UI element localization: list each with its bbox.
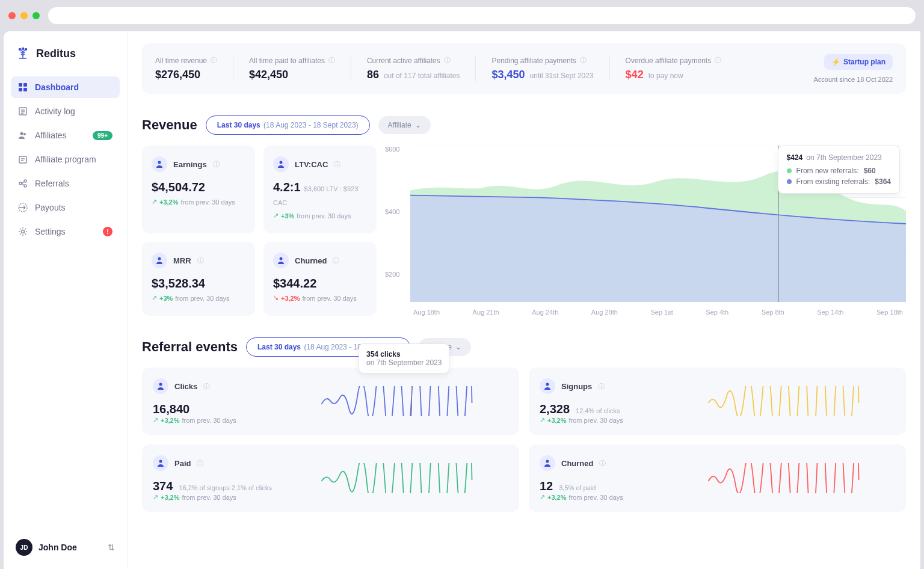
filter-selector[interactable]: Affiliate⌄ xyxy=(378,116,431,134)
chevron-down-icon: ⌄ xyxy=(455,343,461,351)
trend-up-icon: ↗ xyxy=(540,493,545,501)
revenue-tooltip: $424on 7th September 2023 From new refer… xyxy=(778,146,900,194)
sparkline xyxy=(285,463,508,493)
svg-point-0 xyxy=(19,49,21,51)
top-metrics-bar: All time revenueⓘ $276,450 All time paid… xyxy=(142,43,906,94)
plan-badge[interactable]: ⚡Startup plan xyxy=(824,54,893,70)
trend-down-icon: ↘ xyxy=(273,294,279,302)
sidebar-item-label: Dashboard xyxy=(35,82,79,92)
browser-chrome xyxy=(0,0,924,31)
info-icon[interactable]: ⓘ xyxy=(328,56,335,65)
metric-label-text: All time paid to affiliates xyxy=(249,57,325,65)
svg-point-9 xyxy=(23,133,26,135)
churned-icon xyxy=(273,253,289,268)
svg-point-17 xyxy=(280,161,283,164)
metric-active-affiliates: Current active affiliatesⓘ 86out of 117 … xyxy=(351,56,476,81)
trend-up-icon: ↗ xyxy=(540,416,545,424)
info-icon[interactable]: ⓘ xyxy=(444,56,451,65)
sparkline xyxy=(285,386,508,416)
churned-icon xyxy=(540,455,555,471)
svg-point-28 xyxy=(159,460,162,463)
sidebar: Reditus Dashboard Activity log Affiliate… xyxy=(4,31,128,569)
account-since: Account since 18 Oct 2022 xyxy=(814,76,893,83)
traffic-lights xyxy=(8,12,40,19)
signups-icon xyxy=(540,378,555,394)
info-icon[interactable]: ⓘ xyxy=(580,56,587,65)
ref-card-paid: Paidⓘ 37416,2% of signups 2,1% of clicks… xyxy=(142,444,519,512)
metric-label-text: All time revenue xyxy=(155,57,207,65)
info-icon[interactable]: ⓘ xyxy=(213,160,220,169)
info-icon[interactable]: ⓘ xyxy=(599,459,606,468)
svg-point-27 xyxy=(546,383,549,386)
revenue-section: Revenue Last 30 days (18 Aug 2023 - 18 S… xyxy=(142,115,906,316)
metric-value: $42 xyxy=(626,69,644,81)
svg-rect-3 xyxy=(19,83,22,87)
metric-sub: until 31st Sept 2023 xyxy=(530,72,594,80)
stat-card-earnings: Earningsⓘ $4,504.72 ↗+3,2%from prev. 30 … xyxy=(142,146,255,233)
info-icon[interactable]: ⓘ xyxy=(203,382,210,391)
svg-point-8 xyxy=(20,132,23,135)
list-icon xyxy=(18,106,28,116)
brand[interactable]: Reditus xyxy=(11,43,120,76)
revenue-chart[interactable]: $600 $400 $200 xyxy=(389,146,906,316)
referrals-icon xyxy=(18,179,28,188)
clicks-tooltip: 354 clicks on 7th September 2023 xyxy=(359,343,449,374)
metric-sub: to pay now xyxy=(648,72,683,80)
svg-point-2 xyxy=(22,48,24,50)
trend-up-icon: ↗ xyxy=(152,294,157,302)
main-content: All time revenueⓘ $276,450 All time paid… xyxy=(128,31,920,569)
info-icon[interactable]: ⓘ xyxy=(333,256,339,265)
clicks-icon xyxy=(153,378,168,394)
program-icon xyxy=(18,155,28,164)
sidebar-item-payouts[interactable]: Payouts xyxy=(11,197,120,218)
metric-value: $276,450 xyxy=(155,69,217,81)
sidebar-item-affiliates[interactable]: Affiliates 99+ xyxy=(11,125,120,146)
chevron-up-down-icon: ⇅ xyxy=(108,543,115,552)
stat-card-churned: Churnedⓘ $344.22 ↘+3,2%from prev. 30 day… xyxy=(263,242,377,316)
svg-point-1 xyxy=(25,49,27,51)
info-icon[interactable]: ⓘ xyxy=(715,56,721,65)
sidebar-item-referrals[interactable]: Referrals xyxy=(11,173,120,194)
info-icon[interactable]: ⓘ xyxy=(598,382,605,391)
settings-alert-badge: ! xyxy=(103,227,112,236)
svg-rect-6 xyxy=(23,88,27,91)
sidebar-item-label: Payouts xyxy=(35,203,66,212)
trend-up-icon: ↗ xyxy=(153,493,158,501)
sidebar-item-settings[interactable]: Settings ! xyxy=(11,221,120,242)
trend-up-icon: ↗ xyxy=(153,416,158,424)
sidebar-item-program[interactable]: Affiliate program xyxy=(11,149,120,170)
info-icon[interactable]: ⓘ xyxy=(197,256,204,265)
svg-point-13 xyxy=(24,185,26,187)
referral-section: Referral events Last 30 days (18 Aug 202… xyxy=(142,337,906,512)
period-selector[interactable]: Last 30 days (18 Aug 2023 - 18 Sept 2023… xyxy=(206,115,370,135)
svg-point-25 xyxy=(159,383,162,386)
legend-dot-icon xyxy=(787,179,792,184)
user-menu[interactable]: JD John Doe ⇅ xyxy=(11,534,120,561)
brand-name: Reditus xyxy=(36,48,76,60)
info-icon[interactable]: ⓘ xyxy=(334,160,340,169)
metric-value: 86 xyxy=(367,69,379,81)
metric-label-text: Overdue affiliate payments xyxy=(626,57,712,65)
sidebar-item-activity[interactable]: Activity log xyxy=(11,100,120,122)
sidebar-item-label: Activity log xyxy=(35,106,75,116)
sidebar-item-dashboard[interactable]: Dashboard xyxy=(11,76,120,98)
metric-label-text: Pending affiliate payments xyxy=(491,57,576,65)
url-bar[interactable] xyxy=(48,7,916,24)
trend-up-icon: ↗ xyxy=(152,198,157,206)
window-minimize-icon[interactable] xyxy=(20,12,28,19)
trend-up-icon: ↗ xyxy=(273,212,279,220)
info-icon[interactable]: ⓘ xyxy=(197,459,203,468)
ref-card-churned: Churnedⓘ 123,5% of paid ↗+3,2%from prev.… xyxy=(529,444,906,512)
mrr-icon xyxy=(152,253,167,268)
window-close-icon[interactable] xyxy=(8,12,16,19)
stat-card-mrr: MRRⓘ $3,528.34 ↗+3%from prev. 30 days xyxy=(142,242,255,316)
metric-all-time-revenue: All time revenueⓘ $276,450 xyxy=(155,56,233,81)
affiliates-badge: 99+ xyxy=(93,131,112,140)
stat-card-ltvcac: LTV:CACⓘ 4.2:1$3,600 LTV : $923 CAC ↗+3%… xyxy=(263,146,377,233)
info-icon[interactable]: ⓘ xyxy=(211,56,217,65)
section-title-referral: Referral events xyxy=(142,339,238,355)
window-maximize-icon[interactable] xyxy=(32,12,40,19)
ref-card-clicks: 354 clicks on 7th September 2023 Clicksⓘ… xyxy=(142,368,519,435)
dashboard-icon xyxy=(18,82,28,92)
svg-point-18 xyxy=(158,257,161,260)
